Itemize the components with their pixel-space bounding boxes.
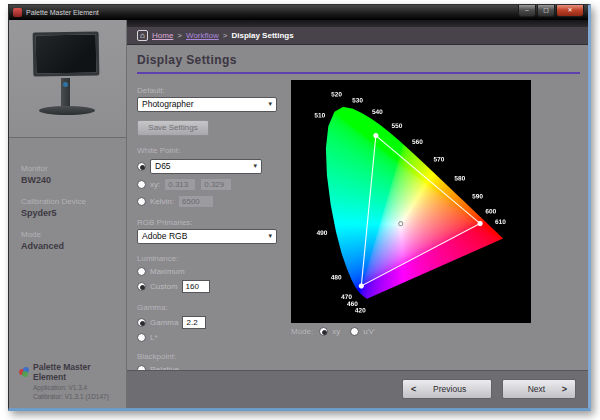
monitor-stand-logo [63, 82, 68, 87]
white-point-preset-value: D65 [155, 161, 171, 171]
white-point-preset-dropdown[interactable]: D65 ▾ [150, 159, 262, 174]
mode-value: Advanced [21, 241, 114, 251]
luminance-custom-field[interactable]: 160 [182, 280, 210, 293]
cie-chromaticity-diagram [291, 80, 531, 323]
mode-label: Mode [21, 230, 114, 239]
luminance-label: Luminance: [137, 254, 287, 263]
sidebar: Monitor BW240 Calibration Device Spyder5… [9, 20, 127, 408]
gamma-lstar-radio[interactable] [137, 333, 146, 342]
default-dropdown[interactable]: Photographer ▾ [137, 97, 277, 112]
title-bar: Palette Master Element – ▢ ✕ [9, 5, 588, 20]
monitor-image-base [39, 106, 95, 115]
breadcrumb-separator: > [177, 31, 182, 40]
chevron-down-icon: ▾ [268, 100, 272, 108]
mode-xy-radio[interactable] [319, 327, 328, 336]
default-dropdown-value: Photographer [142, 99, 194, 109]
luminance-custom-option: Custom [150, 282, 178, 291]
rgb-primaries-value: Adobe RGB [142, 231, 187, 241]
previous-button-label: Previous [416, 384, 483, 394]
white-point-kelvin-radio[interactable] [137, 197, 146, 206]
gamma-value-radio[interactable] [137, 318, 146, 327]
breadcrumb-separator: > [223, 31, 228, 40]
default-label: Default: [137, 86, 287, 95]
footer-bar: < Previous Next > [127, 370, 588, 408]
kelvin-field[interactable]: 6500 [178, 195, 214, 208]
monitor-label: Monitor [21, 164, 114, 173]
xy-label: xy: [150, 180, 160, 189]
rgb-primaries-dropdown[interactable]: Adobe RGB ▾ [137, 229, 277, 244]
monitor-value: BW240 [21, 175, 114, 185]
white-point-xy-radio[interactable] [137, 180, 146, 189]
mode-uv-option: u'v' [363, 327, 375, 336]
top-dark-strip [127, 20, 588, 27]
app-icon [13, 8, 22, 17]
save-settings-button[interactable]: Save Settings [137, 120, 209, 136]
breadcrumb-workflow-link[interactable]: Workflow [186, 31, 219, 40]
gamma-option: Gamma [150, 318, 178, 327]
minimize-button[interactable]: – [518, 5, 536, 17]
chevron-down-icon: ▾ [253, 162, 257, 170]
gamma-label: Gamma: [137, 303, 287, 312]
white-point-preset-radio[interactable] [137, 162, 146, 171]
mode-uv-radio[interactable] [350, 327, 359, 336]
white-point-x-field[interactable]: 0.313 [164, 178, 196, 191]
blackpoint-label: Blackpoint: [137, 352, 287, 361]
page-title: Display Settings [137, 53, 580, 67]
breadcrumb-current-page: Display Settings [231, 31, 293, 40]
chromaticity-panel: Mode: xy u'v' [287, 80, 580, 370]
white-point-y-field[interactable]: 0.329 [200, 178, 232, 191]
next-arrow-icon: > [562, 384, 567, 394]
palette-master-logo-icon [19, 367, 29, 377]
settings-form: Default: Photographer ▾ Save Settings Wh… [137, 80, 287, 370]
next-button[interactable]: Next > [502, 379, 576, 399]
blackpoint-relative-radio[interactable] [137, 365, 146, 370]
monitor-image-screen [33, 31, 100, 76]
lstar-option: L* [150, 333, 158, 342]
luminance-maximum-option: Maximum [150, 267, 185, 276]
calibrator-version: Calibrator: V1.3.1 (1D147) [33, 393, 116, 400]
app-window: Palette Master Element – ▢ ✕ Monitor BW2… [8, 4, 591, 411]
breadcrumb-home-link[interactable]: Home [152, 31, 173, 40]
next-button-label: Next [511, 384, 562, 394]
main-content: Display Settings Default: Photographer ▾… [127, 45, 588, 370]
close-button[interactable]: ✕ [556, 5, 584, 17]
window-title: Palette Master Element [26, 9, 518, 16]
mode-xy-option: xy [332, 327, 340, 336]
gamma-value-field[interactable]: 2.2 [182, 316, 206, 329]
heading-rule [137, 72, 580, 74]
monitor-photo [9, 20, 126, 138]
footer-app-name: Palette Master Element [33, 362, 116, 382]
chevron-down-icon: ▾ [268, 232, 272, 240]
rgb-primaries-label: RGB Primaries: [137, 218, 287, 227]
breadcrumb: ⌂ Home > Workflow > Display Settings [127, 27, 588, 45]
home-icon[interactable]: ⌂ [137, 30, 148, 41]
white-point-label: White Point: [137, 146, 287, 155]
luminance-custom-radio[interactable] [137, 282, 146, 291]
luminance-maximum-radio[interactable] [137, 267, 146, 276]
kelvin-label: Kelvin: [150, 197, 174, 206]
calibration-device-value: Spyder5 [21, 208, 114, 218]
diagram-mode-label: Mode: [291, 327, 313, 336]
maximize-button[interactable]: ▢ [537, 5, 555, 17]
calibration-device-label: Calibration Device [21, 197, 114, 206]
application-version: Application: V1.3.4 [33, 384, 116, 391]
previous-button[interactable]: < Previous [402, 379, 492, 399]
